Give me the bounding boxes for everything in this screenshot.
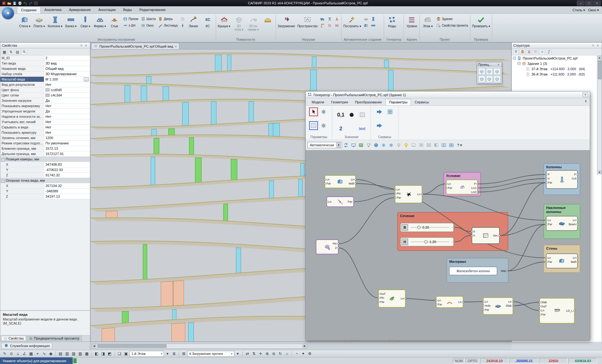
help-button[interactable]: ? ▾ (456, 142, 463, 148)
gearb-button[interactable] (388, 142, 395, 148)
view-plan-button[interactable]: ▤ (57, 351, 64, 357)
property-row[interactable]: Уровень сечения, мм1200 (0, 135, 90, 141)
graph-node-dirA[interactable]: LnPar (326, 197, 354, 207)
generator-tab-Модели[interactable]: Модели (308, 99, 328, 105)
orbit-tool-button[interactable]: ↻ (277, 351, 283, 357)
graph-node-arcN[interactable]: LnParLn (435, 296, 464, 308)
generator-tab-Сервисы[interactable]: Сервисы (411, 99, 432, 105)
mirror-h-button[interactable]: ⇄ (244, 351, 251, 357)
projection-iso-nw-button[interactable] (478, 68, 485, 75)
ribbon-small-button-2-3-0[interactable] (326, 16, 333, 22)
graph-wire[interactable] (422, 184, 446, 194)
param-list-button[interactable] (309, 121, 318, 130)
ribbon-button-0-1[interactable]: Плита ▾ (32, 14, 46, 28)
graph-node-inclN[interactable]: LnParLnBeam (545, 216, 578, 231)
close-icon[interactable]: × (583, 92, 588, 97)
ribbon-button-7-0[interactable]: Проверить ▾ (471, 14, 491, 28)
menu-Окно ▾[interactable]: Окно ▾ (588, 8, 599, 12)
property-row[interactable]: Набор слоёв3D Моделирование (0, 71, 90, 77)
grid-services-button[interactable] (386, 107, 394, 116)
ribbon-small-button-6-1-0[interactable]: Здание (435, 16, 469, 22)
projection-iso-se-button[interactable] (494, 68, 501, 75)
print-button[interactable] (17, 1, 23, 6)
split-right-button[interactable]: ◨ (100, 351, 106, 357)
snap-center-button[interactable]: ⊙ (8, 351, 14, 357)
maximize-button[interactable]: □ (585, 1, 593, 6)
graph-node-colN[interactable]: PVParPCol (545, 170, 578, 189)
ribbon-button-0-2[interactable]: Колонна ▾ (47, 14, 63, 28)
ribbon-button-4-0[interactable]: Ноды (385, 14, 399, 28)
properties-tab-Предварительный просмотр[interactable]: Предварительный просмотр (27, 336, 82, 341)
tree-row[interactable]: 36-й Этаж+111.6003.000(63) (512, 71, 602, 77)
collapse-icon[interactable]: − (513, 57, 516, 60)
property-row[interactable]: Z34197.13 (0, 194, 90, 199)
ribbon-small-button-2-2-1[interactable] (319, 22, 326, 29)
property-row[interactable]: Вид для результатовНет (0, 82, 90, 87)
tileh-button[interactable] (441, 142, 447, 148)
table-button[interactable] (533, 49, 538, 55)
property-row[interactable]: Z91742.32 (0, 173, 90, 178)
pin-icon[interactable]: ⎀ (591, 43, 595, 48)
load-dropdown-button[interactable]: ▾ (235, 351, 241, 357)
ribbon-small-button-3-1-1[interactable] (363, 22, 369, 29)
property-row[interactable]: Цвет фонаccd0d5 (0, 87, 90, 93)
graph-wire[interactable] (463, 302, 483, 302)
pan-tool-button[interactable]: ✛ (257, 351, 264, 357)
scroll-up-arrow[interactable]: ▲ (598, 55, 602, 60)
ribbon-small-button-6-1-1[interactable]: Свойства проекта (435, 22, 469, 29)
projection-top-button[interactable] (486, 75, 493, 82)
property-row[interactable]: Режим отрисовки подло...По умолчанию (0, 141, 90, 146)
step-forward-button[interactable] (375, 121, 384, 130)
ribbon-small-button-2-2-0[interactable] (319, 16, 326, 22)
graph-wire[interactable] (507, 224, 546, 271)
property-row[interactable]: Y-470622.93 (0, 167, 90, 173)
ribbon-button-0-0[interactable]: Стена ▾ (18, 14, 32, 28)
ribbon-button-5-0[interactable]: Уровни (405, 14, 419, 28)
ribbon-button-0-5[interactable]: Ферма ▾ (93, 14, 107, 28)
material-input-text[interactable]: Железобетон колонн (457, 269, 490, 273)
graph-node-wallN[interactable]: LnParLnWall (545, 254, 578, 268)
property-row[interactable]: Показывать маркировкуНет (0, 103, 90, 109)
ribbon-button-0-6[interactable]: Стык (108, 14, 121, 28)
ribbon-button-1-0[interactable]: Крыша ▾ (217, 14, 231, 28)
scrollbar-thumb[interactable] (598, 60, 601, 79)
vertical-scrollbar[interactable]: ▲▼ (597, 55, 602, 174)
collapse-icon[interactable]: − (2, 180, 4, 183)
service-info-tab[interactable]: i Служебная информация (1, 343, 52, 349)
ribbon-button-6-0[interactable]: Этаж ▾ (421, 14, 435, 28)
folder-button[interactable] (7, 1, 12, 6)
ribbon-small-button-0-7-0[interactable]: Проем (122, 16, 139, 22)
ribbon-tab-Создание[interactable]: Создание (17, 7, 41, 13)
document-tab[interactable]: ПроектРыбальскийОстров_PC.spf:Общий вид … (91, 43, 179, 49)
cup-button[interactable] (365, 142, 372, 148)
collapse-icon[interactable]: − (518, 62, 520, 65)
property-row[interactable]: Тип вида3D вид (0, 61, 90, 66)
floor-dropdown-button[interactable]: ▾ (164, 351, 171, 357)
split-corner-button[interactable]: ◩ (107, 351, 113, 357)
ellipsis-button[interactable]: ... (84, 77, 89, 81)
pin-icon[interactable]: ⎀ (79, 43, 84, 48)
decimal-format-label[interactable]: 0,1 (337, 112, 345, 118)
number-value-label[interactable]: 2 (339, 126, 342, 132)
close-button[interactable]: × (593, 1, 601, 6)
floor-manager-button[interactable]: ≣ (171, 351, 177, 357)
ribbon-button-2-0[interactable]: №Загружения (277, 14, 296, 28)
slider-knob[interactable] (425, 240, 428, 243)
zoom-in-button[interactable]: ⊕ (264, 351, 270, 357)
graph-wire[interactable] (338, 248, 378, 298)
ribbon-tab-Армирование[interactable]: Армирование (65, 7, 95, 13)
graph-wire[interactable] (513, 302, 540, 306)
render-mode-button[interactable]: ✦ (300, 351, 306, 357)
app-button[interactable]: С (1, 1, 7, 6)
graph-node-sliderH[interactable]: H1.20 (400, 237, 455, 246)
scrollbar-thumb[interactable] (98, 344, 166, 348)
properties-tab-Свойства[interactable]: Свойства (1, 336, 26, 341)
scroll-right-arrow[interactable]: ▶ (302, 344, 307, 348)
close-icon[interactable]: × (175, 44, 177, 48)
grid-toggle-button[interactable]: ⊞ (181, 351, 187, 357)
levels-button[interactable] (526, 49, 532, 55)
app-logo-button[interactable]: ✦ (2, 7, 14, 20)
ribbon-small-button-0-10-1[interactable] (179, 22, 186, 29)
sync-button[interactable] (546, 49, 552, 55)
ribbon-tab-Редактирование[interactable]: Редактирование (135, 7, 169, 13)
